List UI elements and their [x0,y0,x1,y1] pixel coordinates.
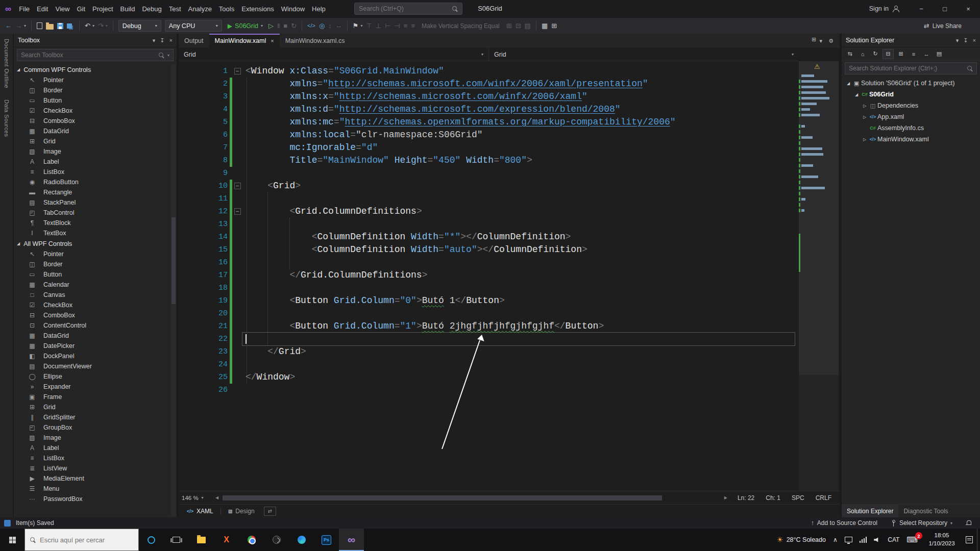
toolbox-search[interactable]: ▾ [17,49,174,61]
code-line-18[interactable]: 18 [179,282,840,294]
volume-icon[interactable] [874,537,880,543]
toolbox-item-datagrid[interactable]: ▦DataGrid [14,126,170,136]
toolbox-item-documentviewer[interactable]: ▤DocumentViewer [14,361,170,371]
toolbox-item-dockpanel[interactable]: ◧DockPanel [14,351,170,361]
solution-search-input[interactable] [849,65,964,72]
chevron-down-icon[interactable]: ▾ [820,38,823,44]
toolbox-item-groupbox[interactable]: ◰GroupBox [14,422,170,433]
toolbox-item-gridsplitter[interactable]: ∥GridSplitter [14,412,170,422]
window-position-icon[interactable]: ▾ [153,37,156,44]
fold-collapse-button[interactable]: – [234,183,241,189]
bottom-tab-solution-explorer[interactable]: Solution Explorer [842,505,898,517]
taskbar-search[interactable] [24,529,139,551]
code-line-8[interactable]: 8 Title="MainWindow" Height="450" Width=… [179,154,840,167]
code-line-1[interactable]: 1–<Window x:Class="S06Grid.MainWindow" [179,65,840,78]
toolbox-item-label[interactable]: ALabel [14,443,170,453]
collapsed-arrow-icon[interactable]: ▷ [861,137,868,142]
toolbox-item-pointer[interactable]: ↖Pointer [14,75,170,85]
code-line-25[interactable]: 25</Window> [179,371,840,384]
navigate-back-icon[interactable]: ← [5,22,12,29]
x-app-button[interactable]: X [214,529,239,551]
solution-search[interactable] [845,62,977,74]
visual-studio-button[interactable]: ∞ [339,529,364,551]
solution-toolbar-icon-6[interactable]: ↔ [921,49,932,59]
toolbox-item-rectangle[interactable]: ▬Rectangle [14,187,170,197]
code-line-4[interactable]: 4 xmlns:d="http://schemas.microsoft.com/… [179,103,840,116]
undo-icon[interactable]: ↶ [85,22,90,29]
hot-reload-icon[interactable]: </> [307,23,315,29]
toolbox-item-listbox[interactable]: ≡ListBox [14,167,170,177]
scrollbar-thumb[interactable] [223,495,662,500]
close-icon[interactable]: × [973,37,976,44]
save-icon[interactable] [57,23,63,29]
toolbox-item-grid[interactable]: ⊞Grid [14,136,170,146]
solution-toolbar-icon-3[interactable]: ⊟ [883,49,894,59]
toolbox-item-checkbox[interactable]: ☑CheckBox [14,106,170,116]
toolbox-item-stackpanel[interactable]: ▤StackPanel [14,197,170,208]
swap-panes-icon[interactable]: ⇄ [264,507,276,516]
toolbox-item-pointer[interactable]: ↖Pointer [14,249,170,259]
grid-icon[interactable]: ▦ [542,22,548,29]
code-line-16[interactable]: 16 [179,256,840,269]
quick-search[interactable] [354,3,462,15]
solution-toolbar-icon-4[interactable]: ⊞ [895,49,906,59]
collapsed-arrow-icon[interactable]: ▷ [861,115,868,119]
action-center-icon[interactable] [966,536,973,543]
toolbox-item-border[interactable]: ◫Border [14,259,170,269]
display-icon[interactable] [845,537,852,542]
tree-item-assemblyinfo-cs[interactable]: C#AssemblyInfo.cs [842,122,980,134]
toolbox-item-datagrid[interactable]: ▦DataGrid [14,331,170,341]
notifications-bell-icon[interactable] [966,520,972,526]
toolbox-item-textbox[interactable]: ITextBox [14,228,170,238]
solution-toolbar-icon-7[interactable]: ▤ [934,49,945,59]
chevron-down-icon[interactable]: ▾ [24,23,26,28]
toolbox-item-border[interactable]: ◫Border [14,85,170,95]
code-line-3[interactable]: 3 xmlns:x="http://schemas.microsoft.com/… [179,90,840,103]
new-file-icon[interactable] [37,22,42,29]
sign-in-button[interactable]: Sign in [869,0,899,17]
taskbar-clock[interactable]: 18:05 1/10/2023 [925,532,959,547]
menu-view[interactable]: View [52,3,73,15]
code-line-19[interactable]: 19 <Button Grid.Column="0">Butó 1</Butto… [179,294,840,307]
scroll-right-icon[interactable]: ▶ [722,495,729,500]
toolbox-item-tabcontrol[interactable]: ◰TabControl [14,208,170,218]
menu-build[interactable]: Build [117,3,139,15]
menu-extensions[interactable]: Extensions [238,3,278,15]
solution-platforms-dropdown[interactable]: Any CPU ▾ [165,20,222,32]
navigate-forward-icon[interactable]: → [15,22,22,29]
code-line-5[interactable]: 5 xmlns:mc="http://schemas.openxmlformat… [179,116,840,129]
toolbox-item-image[interactable]: ▧Image [14,146,170,157]
toolbox-item-button[interactable]: ▭Button [14,269,170,280]
toolbox-item-expander[interactable]: »Expander [14,382,170,392]
editor-tab-mainwindow-xaml-cs[interactable]: MainWindow.xaml.cs [280,34,351,48]
fold-collapse-button[interactable]: – [234,68,241,74]
fold-collapse-button[interactable]: – [234,208,241,215]
toolbox-item-mediaelement[interactable]: ▶MediaElement [14,473,170,484]
expanded-arrow-icon[interactable]: ◢ [853,92,860,97]
editor-tab-output[interactable]: Output [179,34,209,48]
add-to-source-control-button[interactable]: ↑ Add to Source Control [811,519,877,527]
minimap-scrollbar[interactable]: ⚠ [799,61,839,491]
code-line-21[interactable]: 21 <Button Grid.Column="1">Butó 2jhgfjhf… [179,320,840,333]
solution-toolbar-icon-5[interactable]: ≡ [908,49,919,59]
toolbox-item-image[interactable]: ▧Image [14,433,170,443]
toolbox-item-canvas[interactable]: □Canvas [14,290,170,300]
scroll-left-icon[interactable]: ◀ [213,495,220,500]
toolbox-item-menu[interactable]: ☰Menu [14,484,170,494]
menu-git[interactable]: Git [73,3,89,15]
toolbox-item-label[interactable]: ALabel [14,157,170,167]
taskbar-search-input[interactable] [40,536,133,544]
bottom-tab-diagnostic-tools[interactable]: Diagnostic Tools [898,505,953,517]
toolbox-item-contentcontrol[interactable]: ⊡ContentControl [14,320,170,331]
side-tab-data-sources[interactable]: Data Sources [4,99,10,137]
toolbox-header[interactable]: Toolbox ▾ ↧ × [14,34,177,47]
window-position-icon[interactable]: ▾ [956,37,959,44]
quick-search-input[interactable] [359,5,452,12]
toolbox-scrollbar[interactable] [171,64,176,516]
code-line-9[interactable]: 9 [179,167,840,180]
toolbox-group-all-wpf-controls[interactable]: ◢All WPF Controls [14,238,170,249]
code-line-15[interactable]: 15 <ColumnDefinition Width="auto"></Colu… [179,243,840,256]
pin-icon[interactable]: ↧ [963,37,968,44]
pin-icon[interactable]: ↧ [160,37,164,44]
toolbox-item-combobox[interactable]: ⊟ComboBox [14,310,170,320]
